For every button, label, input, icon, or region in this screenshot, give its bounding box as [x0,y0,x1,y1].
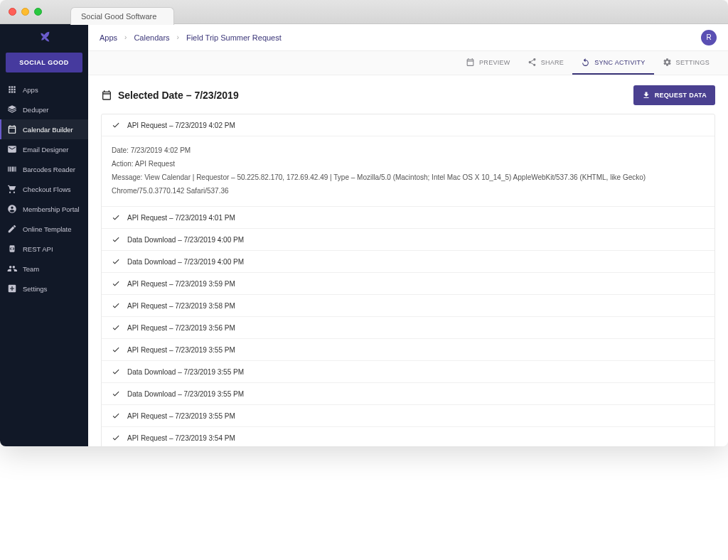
log-text: Data Download – 7/23/2019 3:55 PM [127,390,244,398]
tab-label: SYNC ACTIVITY [594,59,645,66]
brand-button[interactable]: SOCIAL GOOD [6,53,82,72]
barcode-icon [7,164,17,174]
log-row[interactable]: API Request – 7/23/2019 4:02 PM [102,114,714,136]
check-icon [112,279,120,288]
breadcrumb-item[interactable]: Apps [100,33,117,42]
log-row[interactable]: API Request – 7/23/2019 3:55 PM [102,339,714,361]
check-icon [112,367,120,376]
log-text: API Request – 7/23/2019 4:01 PM [127,214,235,222]
download-icon [642,91,651,99]
calendar-outline-icon [466,58,475,67]
log-detail: Date: 7/23/2019 4:02 PMAction: API Reque… [102,136,714,207]
log-row[interactable]: Data Download – 7/23/2019 3:55 PM [102,361,714,383]
breadcrumb-item[interactable]: Field Trip Summer Request [186,33,282,42]
detail-message: Message: View Calendar | Requestor – 50.… [112,171,705,198]
app-shell: SOCIAL GOOD AppsDeduperCalendar BuilderE… [0,24,728,446]
sidebar-item-label: Team [23,265,39,273]
tab-preview[interactable]: PREVIEW [457,51,519,75]
activity-log: API Request – 7/23/2019 4:02 PMDate: 7/2… [101,114,715,446]
calendar-icon [7,124,17,134]
check-icon [112,345,120,354]
cart-icon [7,184,17,194]
content: Selected Date – 7/23/2019 REQUEST DATA A… [88,75,728,446]
log-row[interactable]: Data Download – 7/23/2019 4:00 PM [102,229,714,251]
refresh-icon [581,58,590,67]
sidebar-item-membership-portal[interactable]: Membership Portal [0,199,88,219]
sidebar-item-label: Calendar Builder [23,126,73,134]
sidebar-item-team[interactable]: Team [0,259,88,279]
avatar[interactable]: R [701,30,717,45]
log-text: API Request – 7/23/2019 4:02 PM [127,122,235,129]
detail-date: Date: 7/23/2019 4:02 PM [112,144,705,157]
log-row[interactable]: API Request – 7/23/2019 3:54 PM [102,427,714,446]
log-row[interactable]: API Request – 7/23/2019 4:01 PM [102,207,714,229]
title-group: Selected Date – 7/23/2019 [101,90,239,101]
check-icon [112,411,120,420]
sidebar-item-label: Apps [23,86,38,94]
maximize-window-button[interactable] [34,8,42,16]
sidebar-item-online-template[interactable]: Online Template [0,219,88,239]
check-icon [112,323,120,332]
sidebar-item-deduper[interactable]: Deduper [0,99,88,119]
sidebar-item-email-designer[interactable]: Email Designer [0,139,88,159]
log-row[interactable]: API Request – 7/23/2019 3:56 PM [102,317,714,339]
grid-icon [7,85,17,95]
sidebar-item-label: Settings [23,285,47,293]
browser-tab[interactable]: Social Good Software [70,7,174,25]
log-row[interactable]: API Request – 7/23/2019 3:59 PM [102,273,714,295]
log-text: API Request – 7/23/2019 3:58 PM [127,302,235,310]
request-data-label: REQUEST DATA [655,92,707,99]
mail-icon [7,144,17,154]
sidebar-item-label: Online Template [23,225,71,233]
log-row[interactable]: Data Download – 7/23/2019 4:00 PM [102,251,714,273]
sidebar-item-apps[interactable]: Apps [0,80,88,99]
check-icon [112,121,120,129]
log-text: Data Download – 7/23/2019 4:00 PM [127,258,244,266]
chevron-right-icon: › [177,33,179,41]
sidebar-nav: AppsDeduperCalendar BuilderEmail Designe… [0,80,88,298]
browser-window: Social Good Software SOCIAL GOOD AppsDed… [0,0,728,446]
minimize-window-button[interactable] [21,8,29,16]
log-row[interactable]: API Request – 7/23/2019 3:55 PM [102,405,714,427]
sidebar-item-checkout-flows[interactable]: Checkout Flows [0,179,88,199]
logo [0,24,88,51]
sidebar-item-barcodes-reader[interactable]: Barcodes Reader [0,159,88,179]
gear-icon [663,58,672,67]
log-row[interactable]: Data Download – 7/23/2019 3:55 PM [102,383,714,405]
breadcrumb-item[interactable]: Calendars [134,33,169,42]
tab-share[interactable]: SHARE [519,51,573,75]
sidebar-item-calendar-builder[interactable]: Calendar Builder [0,119,88,139]
traffic-lights [9,8,42,16]
sidebar-item-label: Email Designer [23,146,68,154]
layers-icon [7,104,17,114]
sidebar-item-label: REST API [23,245,53,253]
check-icon [112,301,120,310]
tab-label: PREVIEW [479,59,510,66]
check-icon [112,389,120,398]
tab-settings[interactable]: SETTINGS [654,51,718,75]
check-icon [112,235,120,244]
request-data-button[interactable]: REQUEST DATA [633,85,715,105]
check-icon [112,434,120,442]
main-area: Apps›Calendars›Field Trip Summer Request… [88,24,728,446]
pencil-icon [7,224,17,234]
sidebar-item-rest-api[interactable]: REST API [0,239,88,259]
tab-label: SETTINGS [676,59,710,66]
log-text: Data Download – 7/23/2019 3:55 PM [127,368,244,376]
tab-label: SHARE [541,59,564,66]
people-icon [7,264,17,274]
code-icon [7,244,17,254]
detail-action: Action: API Request [112,157,705,171]
log-text: Data Download – 7/23/2019 4:00 PM [127,236,244,244]
log-text: API Request – 7/23/2019 3:59 PM [127,280,235,288]
log-row[interactable]: API Request – 7/23/2019 3:58 PM [102,295,714,317]
hummingbird-icon [36,30,52,45]
sidebar-item-label: Deduper [23,106,48,114]
tab-sync-activity[interactable]: SYNC ACTIVITY [572,51,653,75]
sidebar-item-settings[interactable]: Settings [0,279,88,298]
browser-titlebar: Social Good Software [0,0,728,24]
calendar-icon [101,90,112,101]
content-header: Selected Date – 7/23/2019 REQUEST DATA [101,85,715,105]
breadcrumb: Apps›Calendars›Field Trip Summer Request [100,33,282,42]
close-window-button[interactable] [9,8,16,16]
